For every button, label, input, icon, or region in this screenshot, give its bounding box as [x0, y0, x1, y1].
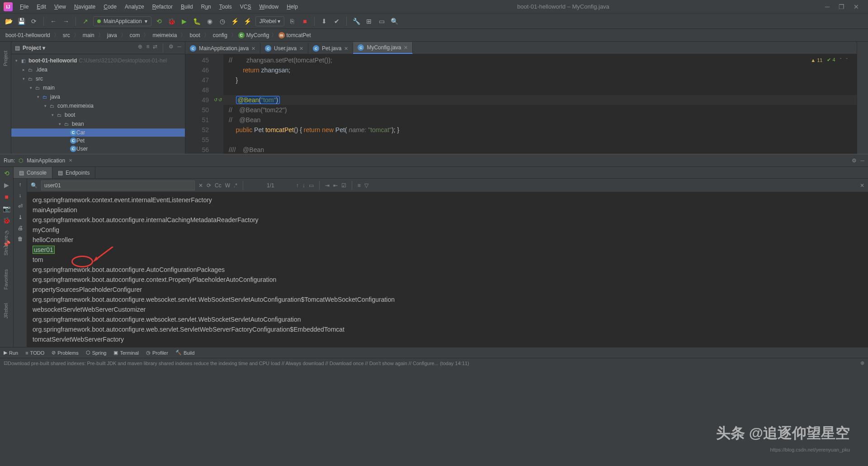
- tree-item[interactable]: ▸🗀config: [11, 153, 185, 154]
- clear-search-icon[interactable]: ✕: [198, 182, 203, 189]
- editor-tab[interactable]: CMainApplication.java✕: [185, 43, 260, 54]
- close-search-icon[interactable]: ✕: [860, 182, 864, 189]
- next-match-icon[interactable]: ↓: [302, 182, 305, 189]
- bug2-icon[interactable]: 🐞: [3, 217, 10, 224]
- run-config-name[interactable]: MainApplication: [27, 157, 65, 164]
- bc-item[interactable]: boot-01-helloworld: [4, 31, 52, 39]
- sync-icon[interactable]: ⟳: [29, 16, 39, 26]
- jr-run-icon[interactable]: ⚡: [230, 16, 240, 26]
- run-icon[interactable]: ▶: [179, 16, 189, 26]
- menu-navigate[interactable]: Navigate: [71, 2, 99, 12]
- bottom-build[interactable]: 🔨 Build: [175, 350, 194, 356]
- attach-icon[interactable]: ⎘: [287, 16, 297, 26]
- code-status[interactable]: ▲ 11 ✔ 4 ˆ ˇ: [811, 57, 848, 63]
- debug-icon[interactable]: 🐛: [192, 16, 202, 26]
- up-arrow-icon[interactable]: ↑: [19, 181, 22, 188]
- close-run-tab[interactable]: ✕: [69, 158, 72, 163]
- sidebar-tab-structure[interactable]: Structure: [3, 235, 9, 256]
- menu-tools[interactable]: Tools: [216, 2, 236, 12]
- select-icon[interactable]: ≡: [146, 43, 149, 52]
- wrench-icon[interactable]: 🔧: [351, 16, 361, 26]
- sidebar-tab-jrebel[interactable]: JRebel: [3, 303, 9, 319]
- tree-item[interactable]: ▸🗀.idea: [11, 65, 185, 74]
- editor-tab[interactable]: CMyConfig.java✕: [353, 42, 413, 54]
- reload-icon[interactable]: ⟲: [154, 16, 164, 26]
- menu-help[interactable]: Help: [283, 2, 302, 12]
- bc-item[interactable]: config: [211, 31, 229, 39]
- console-output[interactable]: org.springframework.context.event.intern…: [27, 192, 868, 347]
- opt2-icon[interactable]: ⇤: [333, 182, 338, 189]
- tree-item[interactable]: ▾🗀src: [11, 74, 185, 83]
- bottom-profiler[interactable]: ◷ Profiler: [146, 350, 168, 356]
- menu-build[interactable]: Build: [177, 2, 197, 12]
- ok-indicator[interactable]: ✔ 4: [827, 57, 835, 63]
- editor-tab[interactable]: CUser.java✕: [260, 43, 308, 54]
- tree-item[interactable]: ▾🗀bean: [11, 119, 185, 128]
- bottom-todo[interactable]: ≡ TODO: [25, 350, 44, 356]
- bc-item[interactable]: src: [61, 31, 72, 39]
- project-tree[interactable]: ▾◧ boot-01-helloworld C:\Users\32120\Des…: [11, 54, 185, 154]
- close-button[interactable]: ✕: [854, 3, 859, 10]
- wrap-icon[interactable]: ⏎: [18, 203, 23, 209]
- profile-icon[interactable]: ◷: [217, 16, 227, 26]
- tree-item[interactable]: CPet: [11, 137, 185, 145]
- up-icon[interactable]: ˆ: [840, 57, 842, 63]
- menu-edit[interactable]: Edit: [33, 2, 50, 12]
- run-stop-icon[interactable]: ■: [5, 193, 8, 200]
- opt3-icon[interactable]: ☑: [341, 182, 346, 189]
- menu-code[interactable]: Code: [100, 2, 120, 12]
- search-input[interactable]: [41, 181, 195, 190]
- bottom-terminal[interactable]: ▣ Terminal: [113, 350, 139, 356]
- hide-icon[interactable]: ─: [177, 43, 181, 52]
- down-icon[interactable]: ˇ: [846, 57, 848, 63]
- history-icon[interactable]: ⟳: [207, 182, 211, 189]
- bc-class[interactable]: CMyConfig: [238, 32, 269, 38]
- tree-item[interactable]: CCar: [11, 128, 185, 137]
- opt1-icon[interactable]: ⇥: [325, 182, 330, 189]
- menu-refactor[interactable]: Refactor: [149, 2, 176, 12]
- forward-icon[interactable]: →: [61, 16, 71, 26]
- tree-item[interactable]: ▾🗀com.meimeixia: [11, 101, 185, 110]
- stop-icon[interactable]: ■: [300, 16, 310, 26]
- menu-file[interactable]: File: [16, 2, 32, 12]
- tree-item[interactable]: ▾🗀java: [11, 92, 185, 101]
- structure-icon[interactable]: ⊞: [364, 16, 374, 26]
- tree-root[interactable]: ▾◧ boot-01-helloworld C:\Users\32120\Des…: [11, 56, 185, 65]
- camera-icon[interactable]: 📷: [3, 205, 10, 212]
- project-title[interactable]: Project ▾: [23, 45, 135, 51]
- menu-analyze[interactable]: Analyze: [121, 2, 148, 12]
- jrebel-dropdown[interactable]: JRebel ▾: [255, 16, 285, 26]
- bc-item[interactable]: com: [128, 31, 142, 39]
- tree-item[interactable]: ▾🗀boot: [11, 110, 185, 119]
- expand-icon[interactable]: ⇄: [153, 43, 157, 52]
- code-lines[interactable]: // zhangsan.setPet(tomcatPet()); return …: [223, 54, 857, 154]
- run-config-selector[interactable]: MainApplication ▾: [93, 16, 151, 26]
- menu-window[interactable]: Window: [255, 2, 282, 12]
- update-icon[interactable]: ⬇: [319, 16, 329, 26]
- bottom-run[interactable]: ▶ Run: [4, 350, 18, 356]
- status-icon[interactable]: ⊡: [4, 360, 8, 366]
- bc-item[interactable]: java: [105, 31, 119, 39]
- search-icon[interactable]: 🔍: [389, 16, 399, 26]
- word-toggle[interactable]: W: [225, 182, 230, 189]
- bottom-spring[interactable]: ⬡ Spring: [86, 350, 107, 356]
- menu-run[interactable]: Run: [198, 2, 215, 12]
- status-message[interactable]: Download pre-built shared indexes: Pre-b…: [8, 361, 860, 366]
- run-gear-icon[interactable]: ⚙: [852, 157, 857, 164]
- code-area[interactable]: 4546474849505152555657 ↺ ↺ // zhangsan.s…: [185, 54, 857, 154]
- editor-tab[interactable]: CPet.java✕: [308, 43, 353, 54]
- exit-icon[interactable]: ⎋: [5, 228, 9, 236]
- bottom-problems[interactable]: ⊘ Problems: [52, 350, 78, 356]
- coverage-icon[interactable]: ◉: [205, 16, 215, 26]
- status-right[interactable]: ⊕: [860, 360, 864, 366]
- target-icon[interactable]: ⊕: [138, 43, 142, 52]
- run-tab[interactable]: ▤Console: [14, 167, 52, 178]
- sidebar-tab-favorites[interactable]: Favorites: [3, 269, 9, 290]
- bc-item[interactable]: boot: [188, 31, 202, 39]
- case-toggle[interactable]: Cc: [215, 182, 222, 189]
- back-icon[interactable]: ←: [48, 16, 58, 26]
- bc-method[interactable]: mtomcatPet: [278, 32, 311, 38]
- down-arrow-icon[interactable]: ↓: [19, 192, 22, 199]
- commit-icon[interactable]: ✔: [332, 16, 342, 26]
- opt4-icon[interactable]: ≡: [358, 182, 361, 189]
